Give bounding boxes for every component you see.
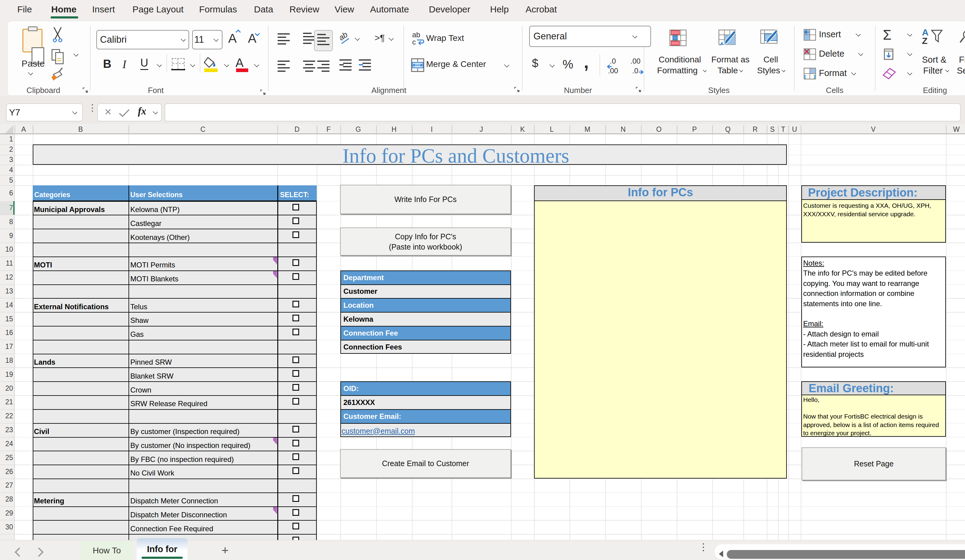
svg-text:.0: .0	[632, 67, 638, 75]
svg-text:.00: .00	[608, 67, 618, 75]
svg-text:.0: .0	[610, 57, 616, 65]
svg-text:.00: .00	[630, 57, 640, 65]
